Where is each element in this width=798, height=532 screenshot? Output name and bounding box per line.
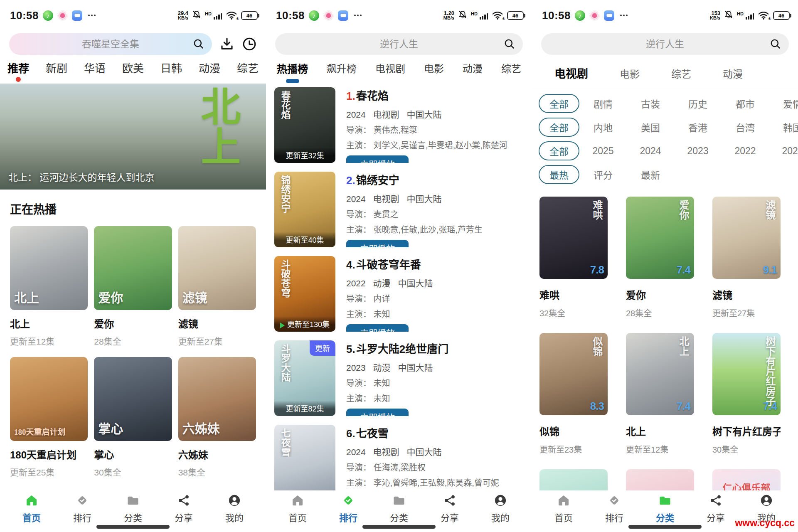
- filter-option[interactable]: 最新: [627, 167, 674, 182]
- filter-option[interactable]: 剧情: [579, 96, 627, 111]
- poster[interactable]: 斗罗大陆 更新 更新至82集: [274, 340, 335, 416]
- nav-categories[interactable]: 分类: [384, 494, 414, 524]
- tab-new-dramas[interactable]: 新剧: [46, 60, 67, 80]
- series-card[interactable]: 爱你 爱你 28集全: [94, 226, 172, 347]
- rank-list-item[interactable]: 斗罗大陆 更新 更新至82集 5.斗罗大陆2绝世唐门 2023 动漫 中国大陆 …: [274, 340, 532, 416]
- series-card[interactable]: 北上 北上 更新至12集: [10, 226, 88, 347]
- nav-mine[interactable]: 我的: [485, 494, 515, 524]
- home-indicator[interactable]: [96, 525, 170, 529]
- hero-banner[interactable]: 北上 北上： 运河边长大的年轻人到北京: [0, 84, 266, 190]
- filter-option[interactable]: 爱情: [769, 96, 798, 111]
- filter-option[interactable]: 2025: [579, 145, 627, 157]
- rank-list-item[interactable]: 七夜雪 6.七夜雪 2024 电视剧 中国大陆 导演： 任海涛,梁胜权 主演： …: [274, 425, 532, 500]
- poster[interactable]: 北上: [10, 226, 88, 310]
- filter-option[interactable]: 内地: [579, 120, 627, 134]
- series-card[interactable]: 滤镜 9.1 滤镜 更新至27集: [712, 197, 781, 319]
- tab-hot-list[interactable]: 热播榜: [277, 61, 308, 81]
- filter-option[interactable]: 韩国: [769, 120, 798, 134]
- series-card[interactable]: 树下有片红房子 7.4 树下有片红房子 30集全: [712, 333, 781, 455]
- nav-home[interactable]: 首页: [17, 494, 47, 524]
- rank-list-item[interactable]: 春花焰 更新至32集 1.春花焰 2024 电视剧 中国大陆 导演： 黄伟杰,程…: [274, 87, 532, 163]
- download-icon[interactable]: [219, 37, 234, 52]
- series-card[interactable]: 掌心 掌心 30集全: [94, 357, 172, 478]
- poster[interactable]: 树下有片红房子 7.4: [712, 333, 781, 415]
- home-indicator[interactable]: [628, 525, 702, 529]
- nav-home[interactable]: 首页: [283, 494, 313, 524]
- rank-list-item[interactable]: 锦绣安宁 更新至40集 2.锦绣安宁 2024 电视剧 中国大陆 导演： 麦贯之…: [274, 172, 532, 247]
- poster[interactable]: 六姊妹: [178, 357, 256, 441]
- search-icon[interactable]: [504, 38, 515, 50]
- filter-pill-all[interactable]: 全部: [539, 94, 579, 113]
- nav-rank[interactable]: 排行: [333, 494, 363, 524]
- filter-option[interactable]: 2022: [722, 145, 769, 157]
- filter-option[interactable]: 都市: [722, 96, 769, 111]
- tab-anime[interactable]: 动漫: [463, 61, 483, 81]
- poster[interactable]: 难哄 7.8: [539, 197, 608, 279]
- tab-anime[interactable]: 动漫: [723, 66, 743, 81]
- poster[interactable]: 180天重启计划: [10, 357, 88, 441]
- poster[interactable]: 滤镜 9.1: [712, 197, 781, 279]
- search-bar[interactable]: [541, 33, 789, 55]
- series-card[interactable]: 似锦 8.3 似锦 更新至23集: [539, 333, 608, 455]
- search-input[interactable]: [541, 33, 789, 55]
- tab-variety[interactable]: 综艺: [671, 66, 691, 81]
- tab-jp-kr[interactable]: 日韩: [160, 60, 182, 80]
- nav-share[interactable]: 分享: [435, 494, 465, 524]
- poster[interactable]: 掌心: [94, 357, 172, 441]
- filter-option[interactable]: 2024: [627, 145, 674, 157]
- filter-option[interactable]: 评分: [579, 167, 627, 182]
- series-card[interactable]: 北上 7.4 北上 更新至12集: [626, 333, 694, 455]
- filter-option[interactable]: 2021: [769, 145, 798, 157]
- poster[interactable]: 爱你: [94, 226, 172, 310]
- tab-movies[interactable]: 电影: [620, 66, 640, 81]
- poster[interactable]: 锦绣安宁 更新至40集: [274, 172, 335, 247]
- search-icon[interactable]: [193, 38, 204, 50]
- nav-share[interactable]: 分享: [169, 494, 199, 524]
- search-icon[interactable]: [770, 38, 781, 50]
- filter-pill-hottest[interactable]: 最热: [539, 165, 579, 184]
- nav-home[interactable]: 首页: [549, 494, 579, 524]
- series-card[interactable]: 六姊妹 六姊妹 38集全: [178, 357, 256, 478]
- nav-rank[interactable]: 排行: [599, 494, 629, 524]
- poster[interactable]: 滤镜: [178, 226, 256, 310]
- series-card[interactable]: 难哄 7.8 难哄 32集全: [539, 197, 608, 319]
- poster[interactable]: 斗破苍穹 更新至130集: [274, 256, 335, 332]
- poster[interactable]: 春花焰 更新至32集: [274, 87, 335, 163]
- history-icon[interactable]: [242, 37, 257, 52]
- nav-rank[interactable]: 排行: [67, 494, 97, 524]
- rank-list-item[interactable]: 斗破苍穹 更新至130集 4.斗破苍穹年番 2022 动漫 中国大陆 导演： 内…: [274, 256, 532, 332]
- nav-mine[interactable]: 我的: [219, 494, 249, 524]
- tab-variety[interactable]: 综艺: [501, 61, 521, 81]
- filter-pill-all[interactable]: 全部: [539, 141, 579, 160]
- search-input[interactable]: [9, 33, 212, 55]
- series-card[interactable]: 滤镜 滤镜 更新至27集: [178, 226, 256, 347]
- poster[interactable]: 似锦 8.3: [539, 333, 608, 415]
- tab-chinese[interactable]: 华语: [84, 60, 106, 80]
- search-bar[interactable]: [9, 33, 212, 55]
- poster[interactable]: 七夜雪: [274, 425, 335, 500]
- nav-categories[interactable]: 分类: [650, 494, 680, 524]
- play-now-button[interactable]: 立即播放: [346, 240, 409, 247]
- play-now-button[interactable]: 立即播放: [346, 155, 409, 163]
- search-bar[interactable]: [275, 33, 523, 55]
- tab-movies[interactable]: 电影: [424, 61, 444, 81]
- poster[interactable]: 爱你 7.4: [626, 197, 694, 279]
- series-card[interactable]: 180天重启计划 180天重启计划 更新至25集: [10, 357, 88, 478]
- poster[interactable]: 北上 7.4: [626, 333, 694, 415]
- filter-option[interactable]: 古装: [627, 96, 674, 111]
- tab-recommend[interactable]: 推荐: [7, 60, 29, 80]
- tab-anime[interactable]: 动漫: [199, 60, 220, 80]
- play-now-button[interactable]: 立即播放: [346, 409, 409, 416]
- filter-option[interactable]: 美国: [627, 120, 674, 134]
- play-now-button[interactable]: 立即播放: [346, 324, 409, 332]
- tab-western[interactable]: 欧美: [122, 60, 144, 80]
- filter-option[interactable]: 台湾: [722, 120, 769, 134]
- tab-tv[interactable]: 电视剧: [554, 65, 588, 81]
- nav-share[interactable]: 分享: [701, 494, 731, 524]
- nav-categories[interactable]: 分类: [118, 494, 148, 524]
- tab-rising-list[interactable]: 飙升榜: [327, 61, 357, 81]
- home-indicator[interactable]: [362, 525, 436, 529]
- search-input[interactable]: [275, 33, 523, 55]
- filter-pill-all[interactable]: 全部: [539, 118, 579, 137]
- filter-option[interactable]: 历史: [674, 96, 722, 111]
